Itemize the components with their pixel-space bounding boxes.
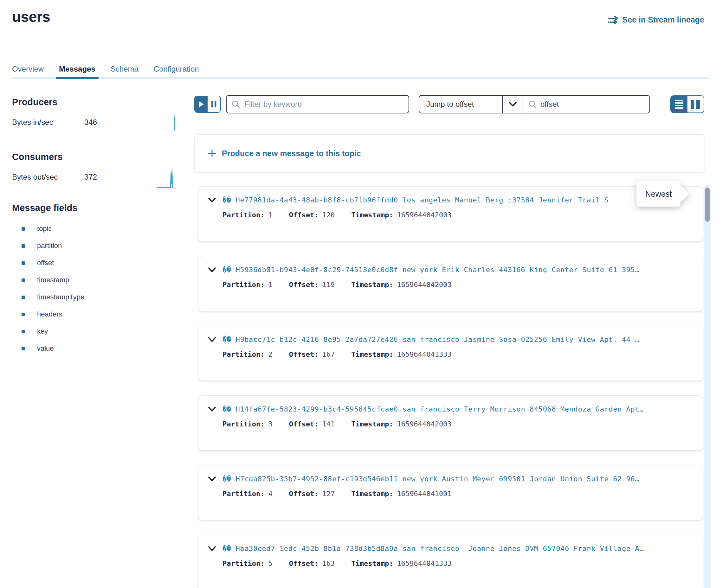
message-meta: Partition:5 Offset:163 Timestamp:1659644… — [208, 560, 693, 567]
producers-heading: Producers — [12, 97, 183, 107]
field-label: key — [37, 327, 48, 336]
partition-value: 5 — [268, 560, 272, 567]
timestamp-label: Timestamp: — [351, 350, 393, 358]
pause-button[interactable] — [208, 96, 220, 112]
offset-value: 163 — [322, 560, 335, 567]
message-meta: Partition:1 Offset:120 Timestamp:1659644… — [208, 211, 693, 219]
tab-configuration[interactable]: Configuration — [153, 61, 200, 77]
chevron-down-icon[interactable] — [502, 96, 523, 113]
pause-icon — [211, 101, 217, 108]
message-key: �� Hba30eed7-1edc-452b-8b1a-738d3b5d8a9a… — [223, 545, 693, 552]
messages-panel: Jump to offset — [194, 95, 704, 588]
messages-toolbar: Jump to offset — [194, 95, 704, 113]
play-icon — [199, 101, 204, 107]
message-row-header[interactable]: �� H7cda825b-35b7-4952-88ef-c193d546eb11… — [208, 475, 693, 483]
plus-icon — [208, 149, 216, 158]
partition-value: 1 — [268, 211, 272, 219]
field-bullet-icon — [22, 347, 25, 350]
stream-lineage-link[interactable]: See in Stream lineage — [608, 15, 704, 24]
offset-label: Offset: — [289, 490, 318, 498]
topic-messages-page: users See in Stream lineage Overview Mes… — [0, 0, 722, 588]
partition-value: 2 — [268, 350, 272, 358]
list-view-button[interactable] — [671, 96, 687, 112]
timestamp-label: Timestamp: — [351, 420, 393, 428]
filter-input[interactable] — [244, 100, 404, 109]
jump-to-offset-control: Jump to offset — [419, 95, 650, 113]
column-view-button[interactable] — [687, 96, 704, 112]
offset-label: Offset: — [289, 560, 318, 567]
field-label: partition — [37, 242, 62, 250]
timestamp-value: 1659644042003 — [397, 281, 452, 289]
field-bullet-icon — [22, 313, 25, 316]
field-item-key[interactable]: key — [12, 323, 183, 340]
tab-schema[interactable]: Schema — [110, 61, 139, 77]
message-row-header[interactable]: �� H9bacc71c-b12c-4216-8e95-2a7da727e426… — [208, 336, 693, 343]
expand-chevron-icon — [208, 406, 216, 412]
field-label: value — [37, 344, 54, 353]
message-row: �� H7cda825b-35b7-4952-88ef-c193d546eb11… — [198, 465, 703, 520]
field-item-offset[interactable]: offset — [12, 254, 183, 272]
timestamp-label: Timestamp: — [351, 560, 393, 567]
message-meta: Partition:4 Offset:127 Timestamp:1659644… — [208, 490, 693, 498]
offset-label: Offset: — [289, 211, 318, 219]
tab-messages[interactable]: Messages — [58, 61, 96, 77]
consumers-heading: Consumers — [12, 152, 183, 162]
bytes-in-stat: Bytes in/sec 346 — [12, 117, 183, 128]
offset-search-input[interactable] — [540, 100, 644, 109]
partition-value: 1 — [268, 281, 272, 289]
message-row-header[interactable]: �� Hba30eed7-1edc-452b-8b1a-738d3b5d8a9a… — [208, 545, 693, 552]
partition-label: Partition: — [223, 490, 264, 498]
offset-label: Offset: — [289, 350, 318, 358]
bytes-out-value: 372 — [84, 173, 122, 182]
field-item-topic[interactable]: topic — [12, 220, 183, 237]
newest-tooltip-label: Newest — [645, 189, 672, 198]
message-key: �� H7cda825b-35b7-4952-88ef-c193d546eb11… — [223, 475, 693, 483]
field-item-timestampType[interactable]: timestampType — [12, 289, 183, 306]
field-item-value[interactable]: value — [12, 340, 183, 357]
expand-chevron-icon — [208, 546, 216, 551]
offset-label: Offset: — [289, 420, 318, 428]
timestamp-label: Timestamp: — [351, 490, 393, 498]
bytes-in-value: 346 — [84, 118, 122, 127]
view-mode-toggle — [671, 96, 704, 113]
field-item-timestamp[interactable]: timestamp — [12, 272, 183, 289]
produce-message-button[interactable]: Produce a new message to this topic — [194, 134, 704, 172]
field-bullet-icon — [22, 227, 25, 231]
bytes-out-label: Bytes out/sec — [12, 173, 84, 182]
message-key: �� H9bacc71c-b12c-4216-8e95-2a7da727e426… — [223, 336, 693, 343]
bytes-out-sparkline — [157, 169, 179, 189]
scrollbar[interactable] — [704, 185, 710, 588]
timestamp-value: 1659644042003 — [397, 420, 452, 428]
page-title: users — [12, 8, 50, 25]
timestamp-label: Timestamp: — [351, 211, 393, 219]
play-button[interactable] — [195, 96, 208, 112]
tab-overview[interactable]: Overview — [12, 61, 44, 77]
produce-message-label: Produce a new message to this topic — [222, 149, 361, 158]
play-pause-toggle — [194, 96, 221, 113]
field-item-headers[interactable]: headers — [12, 306, 183, 323]
scrollbar-thumb[interactable] — [705, 188, 710, 222]
message-row-header[interactable]: �� He77981da-4a43-48ab-b8f8-cb71b96ffdd0… — [208, 196, 693, 204]
search-icon — [232, 100, 240, 108]
message-row: �� Hba30eed7-1edc-452b-8b1a-738d3b5d8a9a… — [198, 535, 703, 588]
message-key: �� H5936db81-b943-4e0f-8c29-74513e0c0d8f… — [223, 266, 693, 274]
expand-chevron-icon — [208, 476, 216, 482]
message-meta: Partition:1 Offset:119 Timestamp:1659644… — [208, 281, 693, 289]
field-label: timestampType — [37, 293, 84, 301]
offset-value: 141 — [322, 420, 335, 428]
field-label: offset — [37, 259, 54, 267]
jump-to-offset-select[interactable]: Jump to offset — [419, 96, 502, 113]
field-bullet-icon — [22, 278, 25, 282]
field-label: timestamp — [37, 276, 69, 284]
message-row-header[interactable]: �� H5936db81-b943-4e0f-8c29-74513e0c0d8f… — [208, 266, 693, 274]
partition-label: Partition: — [223, 211, 264, 219]
expand-chevron-icon — [208, 197, 216, 203]
timestamp-value: 1659644041333 — [397, 560, 452, 567]
partition-label: Partition: — [223, 560, 264, 567]
message-key: �� He77981da-4a43-48ab-b8f8-cb71b96ffdd0… — [223, 196, 693, 204]
field-item-partition[interactable]: partition — [12, 237, 183, 254]
filter-box — [226, 95, 409, 113]
partition-label: Partition: — [223, 420, 264, 428]
message-row-header[interactable]: �� H14fa67fe-5823-4299-b3c4-595845cfcae0… — [208, 405, 693, 413]
bytes-out-stat: Bytes out/sec 372 — [12, 172, 183, 183]
